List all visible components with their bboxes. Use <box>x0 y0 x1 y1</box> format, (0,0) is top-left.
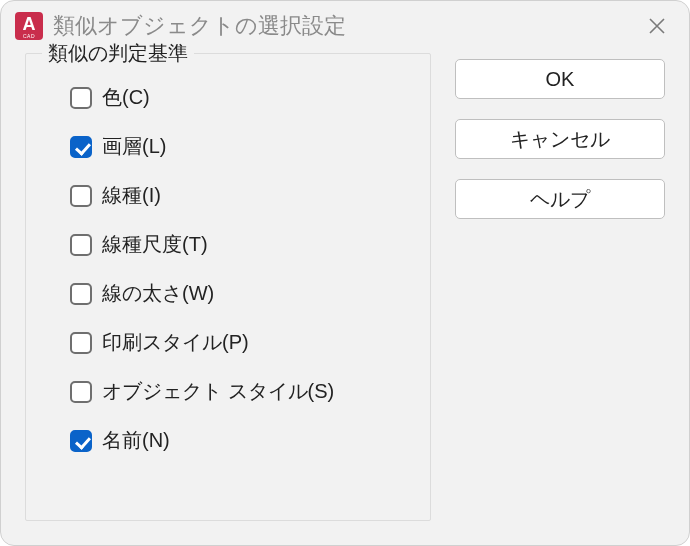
checkbox-linetype[interactable] <box>70 185 92 207</box>
checkbox-name[interactable] <box>70 430 92 452</box>
option-linetype[interactable]: 線種(I) <box>70 182 408 209</box>
option-label: 名前(N) <box>102 427 170 454</box>
dialog-title: 類似オブジェクトの選択設定 <box>53 11 633 41</box>
option-lineweight[interactable]: 線の太さ(W) <box>70 280 408 307</box>
close-icon <box>647 16 667 36</box>
checkbox-object-style[interactable] <box>70 381 92 403</box>
checkbox-plot-style[interactable] <box>70 332 92 354</box>
option-name[interactable]: 名前(N) <box>70 427 408 454</box>
option-plot-style[interactable]: 印刷スタイル(P) <box>70 329 408 356</box>
option-label: 画層(L) <box>102 133 166 160</box>
ok-button[interactable]: OK <box>455 59 665 99</box>
option-linetype-scale[interactable]: 線種尺度(T) <box>70 231 408 258</box>
checkbox-color[interactable] <box>70 87 92 109</box>
help-button[interactable]: ヘルプ <box>455 179 665 219</box>
dialog-content: 類似の判定基準 色(C) 画層(L) 線種(I) 線種尺度(T) <box>1 53 689 545</box>
checkbox-lineweight[interactable] <box>70 283 92 305</box>
option-label: 線の太さ(W) <box>102 280 214 307</box>
close-button[interactable] <box>643 12 671 40</box>
dialog-window: 類似オブジェクトの選択設定 類似の判定基準 色(C) 画層(L) 線種(I) <box>0 0 690 546</box>
criteria-group: 類似の判定基準 色(C) 画層(L) 線種(I) 線種尺度(T) <box>25 53 431 521</box>
option-layer[interactable]: 画層(L) <box>70 133 408 160</box>
option-object-style[interactable]: オブジェクト スタイル(S) <box>70 378 408 405</box>
option-color[interactable]: 色(C) <box>70 84 408 111</box>
option-label: 印刷スタイル(P) <box>102 329 249 356</box>
option-label: 線種尺度(T) <box>102 231 208 258</box>
group-legend: 類似の判定基準 <box>42 40 194 67</box>
checkbox-layer[interactable] <box>70 136 92 158</box>
cancel-button[interactable]: キャンセル <box>455 119 665 159</box>
option-label: オブジェクト スタイル(S) <box>102 378 334 405</box>
autocad-app-icon <box>15 12 43 40</box>
option-label: 線種(I) <box>102 182 161 209</box>
checkbox-linetype-scale[interactable] <box>70 234 92 256</box>
options-list: 色(C) 画層(L) 線種(I) 線種尺度(T) 線の太さ(W) <box>48 84 408 454</box>
button-column: OK キャンセル ヘルプ <box>455 53 665 521</box>
option-label: 色(C) <box>102 84 150 111</box>
